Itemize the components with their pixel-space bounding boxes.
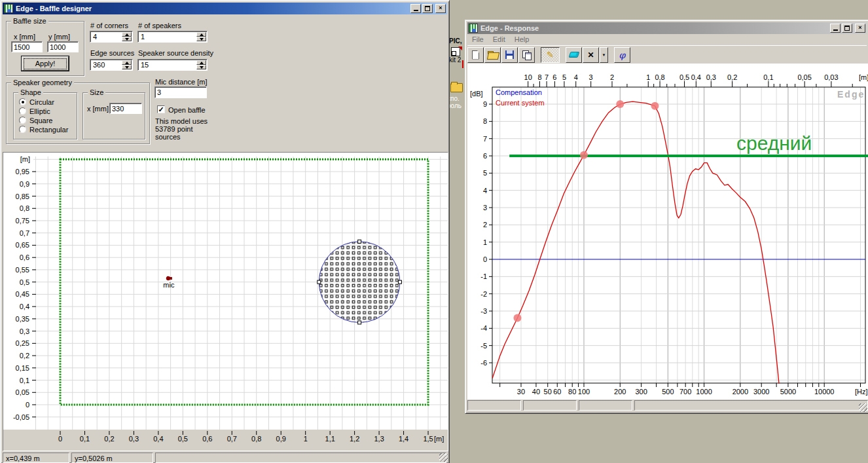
- spin-down[interactable]: [196, 65, 206, 69]
- svg-text:4: 4: [483, 187, 487, 194]
- minimize-button[interactable]: [830, 24, 841, 33]
- size-x-input[interactable]: 330: [109, 103, 142, 114]
- folder-icon[interactable]: [450, 83, 463, 92]
- maximize-button[interactable]: [842, 24, 852, 33]
- open-file-button[interactable]: [484, 47, 501, 63]
- response-chart[interactable]: 10876543210,80,50,40,30,20,10,050,03[m]3…: [467, 64, 868, 399]
- svg-text:0,05: 0,05: [797, 73, 811, 81]
- open-baffle-checkbox[interactable]: ✓: [157, 105, 165, 113]
- status-panel: [634, 400, 868, 411]
- svg-text:0,4: 0,4: [20, 303, 29, 310]
- speaker-circle[interactable]: [319, 242, 400, 323]
- x-mm-label: x [mm]: [14, 33, 35, 41]
- radio-label[interactable]: Rectangular: [29, 126, 68, 134]
- resize-grip[interactable]: [439, 453, 448, 462]
- status-bar: x=0,439 m y=0,5026 m: [3, 453, 448, 463]
- radio-label[interactable]: Elliptic: [29, 107, 50, 115]
- draw-pencil-button[interactable]: ✎: [541, 47, 560, 63]
- save-button[interactable]: [501, 47, 518, 63]
- shortcut-icon[interactable]: [451, 47, 460, 56]
- corners-label: # of corners: [90, 22, 128, 29]
- maximize-button[interactable]: [422, 4, 433, 13]
- spin-down[interactable]: [122, 37, 132, 41]
- svg-text:0,5: 0,5: [679, 73, 689, 81]
- radio-label[interactable]: Circular: [29, 98, 54, 106]
- svg-text:40: 40: [532, 388, 540, 396]
- speakers-spinner[interactable]: 1: [137, 31, 208, 43]
- apply-button[interactable]: Apply!: [22, 56, 69, 71]
- erase-button[interactable]: [566, 47, 582, 63]
- svg-text:7: 7: [483, 135, 487, 143]
- spin-down[interactable]: [196, 37, 206, 41]
- phase-button[interactable]: φ: [614, 47, 630, 63]
- title-bar[interactable]: Edge - Baffle designer ×: [3, 3, 447, 14]
- control-point-marker[interactable]: [513, 314, 521, 322]
- new-document-button[interactable]: [467, 47, 484, 63]
- svg-text:0: 0: [483, 255, 487, 263]
- minimize-button[interactable]: [410, 4, 421, 13]
- radio-label[interactable]: Square: [29, 117, 52, 124]
- copy-button[interactable]: [518, 47, 535, 63]
- close-button[interactable]: ×: [435, 4, 446, 13]
- delete-dropdown-button[interactable]: ▼: [600, 47, 608, 63]
- svg-text:60: 60: [553, 388, 561, 396]
- baffle-y-input[interactable]: 1000: [47, 41, 79, 52]
- baffle-plot[interactable]: [m]0,950,90,850,80,750,70,650,60,550,50,…: [3, 152, 448, 451]
- status-panel: [523, 400, 577, 411]
- svg-text:1,4: 1,4: [399, 435, 408, 443]
- window-title: Edge - Baffle designer: [16, 5, 92, 12]
- menu-file[interactable]: File: [467, 34, 488, 45]
- svg-text:8: 8: [483, 117, 487, 125]
- control-point-marker[interactable]: [616, 100, 624, 108]
- svg-text:0,3: 0,3: [20, 327, 29, 335]
- svg-text:0,8: 0,8: [251, 435, 261, 443]
- speaker-handle[interactable]: [358, 240, 361, 243]
- desktop-icon-label[interactable]: PIC,: [449, 37, 461, 45]
- svg-text:0,9: 0,9: [20, 180, 29, 188]
- edge-sources-spinner[interactable]: 360: [90, 59, 133, 71]
- pencil-icon: ✎: [547, 50, 554, 59]
- svg-text:-5: -5: [480, 342, 487, 350]
- delete-button[interactable]: ✕: [583, 47, 599, 63]
- spin-up[interactable]: [196, 32, 206, 37]
- toolbar: ✎ ✕ ▼ φ: [467, 45, 867, 64]
- title-bar[interactable]: Edge - Response ×: [467, 22, 867, 34]
- source-density-label: Speaker source density: [138, 49, 213, 57]
- spin-up[interactable]: [122, 32, 132, 37]
- status-x-coordinate: x=0,439 m: [3, 453, 69, 463]
- radio-rectangular[interactable]: [19, 126, 26, 133]
- open-baffle-label[interactable]: Open baffle: [168, 106, 206, 114]
- radio-circular[interactable]: [19, 98, 26, 105]
- svg-text:0,9: 0,9: [276, 435, 286, 443]
- speaker-handle[interactable]: [398, 280, 401, 284]
- svg-text:[m]: [m]: [434, 435, 444, 443]
- chevron-down-icon: ▼: [602, 53, 606, 57]
- svg-text:10000: 10000: [814, 388, 835, 396]
- control-point-marker[interactable]: [651, 102, 659, 110]
- eraser-icon: [568, 52, 579, 58]
- corners-spinner[interactable]: 4: [90, 31, 133, 43]
- radio-square[interactable]: [19, 117, 26, 124]
- svg-text:0,25: 0,25: [16, 339, 29, 347]
- desktop-icon-label[interactable]: kit 2: [449, 56, 461, 64]
- menu-edit[interactable]: Edit: [488, 34, 510, 45]
- svg-text:200: 200: [614, 388, 626, 396]
- source-density-spinner[interactable]: 15: [137, 59, 208, 71]
- radio-elliptic[interactable]: [19, 107, 26, 115]
- resize-grip[interactable]: [859, 403, 867, 412]
- baffle-x-input[interactable]: 1500: [11, 41, 43, 52]
- menu-help[interactable]: Help: [510, 34, 534, 45]
- svg-text:[dB]: [dB]: [470, 90, 483, 98]
- svg-text:0,85: 0,85: [16, 193, 29, 200]
- spin-up[interactable]: [122, 60, 132, 65]
- close-button[interactable]: ×: [855, 24, 865, 33]
- speaker-handle[interactable]: [317, 280, 321, 284]
- svg-text:-3: -3: [480, 307, 487, 315]
- spin-down[interactable]: [122, 65, 132, 69]
- svg-text:[Hz]: [Hz]: [855, 388, 868, 396]
- mic-distance-input[interactable]: 3: [154, 86, 207, 98]
- spin-up[interactable]: [196, 60, 206, 65]
- speaker-handle[interactable]: [358, 321, 361, 324]
- status-y-coordinate: y=0,5026 m: [71, 453, 153, 463]
- control-point-marker[interactable]: [580, 151, 588, 159]
